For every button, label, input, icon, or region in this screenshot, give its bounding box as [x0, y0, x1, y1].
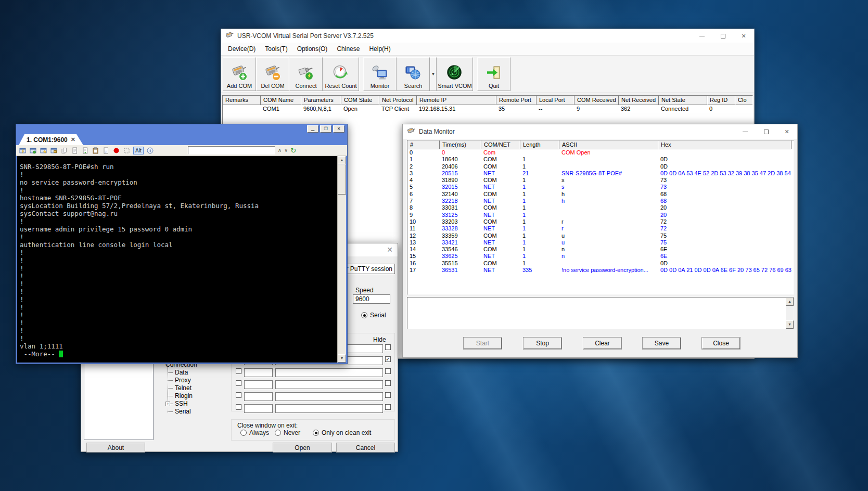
- column-header-reg-id[interactable]: Reg ID: [707, 96, 735, 105]
- monitor-button[interactable]: Monitor: [363, 57, 397, 91]
- terminal-titlebar[interactable]: ▁ ❐ ✕: [16, 124, 347, 134]
- putty-connection-type-serial-radio[interactable]: Serial: [361, 312, 386, 319]
- column-header-local-port[interactable]: Local Port: [537, 96, 575, 105]
- command-row-3-right-checkbox[interactable]: [385, 368, 391, 374]
- column-header-clo[interactable]: Clo: [735, 96, 753, 105]
- dm-column-header-ascii[interactable]: ASCII: [559, 140, 658, 149]
- paste-page-icon[interactable]: [81, 147, 89, 154]
- putty-speed-input[interactable]: [353, 294, 390, 304]
- column-header-net-received[interactable]: Net Received: [619, 96, 659, 105]
- dm-table-row[interactable]: 1736531NET335!no service password-encryp…: [407, 267, 794, 274]
- info-icon[interactable]: [146, 147, 154, 154]
- smart-vcom-button[interactable]: Smart VCOM: [437, 57, 473, 91]
- putty-open-button[interactable]: Open: [273, 443, 332, 453]
- dm-table-row[interactable]: 1233359COM1u75: [407, 232, 794, 239]
- command-row-1-right-checkbox[interactable]: [385, 344, 391, 350]
- output-scrollbar[interactable]: ▲ ▼: [786, 298, 794, 329]
- column-header-com-received[interactable]: COM Received: [575, 96, 619, 105]
- output-scroll-down-icon[interactable]: ▼: [786, 320, 794, 329]
- dm-table-row[interactable]: 833031COM120: [407, 204, 794, 211]
- screen-frame-icon[interactable]: [123, 147, 131, 154]
- dm-column-header-length[interactable]: Length: [520, 140, 559, 149]
- dm-table-row[interactable]: 1333421NET1u75: [407, 239, 794, 246]
- menu-device-d[interactable]: Device(D): [223, 44, 260, 54]
- vcom-maximize-button[interactable]: [712, 29, 733, 43]
- command-row-3-value-field[interactable]: [275, 368, 383, 377]
- save-button[interactable]: Save: [643, 338, 681, 349]
- clipboard-icon[interactable]: [92, 147, 99, 154]
- dm-table-row[interactable]: 1033203COM1r72: [407, 218, 794, 225]
- search-button[interactable]: Search: [397, 57, 430, 91]
- menu-chinese[interactable]: Chinese: [332, 44, 364, 54]
- clear-button[interactable]: Clear: [583, 338, 621, 349]
- column-header-com-state[interactable]: COM State: [341, 96, 379, 105]
- copy-icon[interactable]: [60, 147, 68, 154]
- exit-option-never-radio[interactable]: Never: [275, 429, 300, 436]
- data-monitor-titlebar[interactable]: Data Monitor ✕: [403, 124, 797, 139]
- menu-options-o[interactable]: Options(O): [292, 44, 333, 54]
- tree-item-serial[interactable]: Serial: [159, 408, 197, 416]
- data-monitor-output-box[interactable]: ▲ ▼: [407, 297, 794, 329]
- menu-tools-t[interactable]: Tools(T): [260, 44, 292, 54]
- column-header-net-protocol[interactable]: Net Protocol: [379, 96, 417, 105]
- command-row-5-right-checkbox[interactable]: [385, 392, 391, 398]
- command-row-4-right-checkbox[interactable]: [385, 380, 391, 386]
- quit-button[interactable]: Quit: [477, 57, 510, 91]
- scroll-up-icon[interactable]: ▲: [338, 156, 346, 164]
- add-com-button[interactable]: Add COM: [223, 57, 256, 91]
- terminal-scrollbar[interactable]: ▲ ▼: [337, 156, 346, 363]
- connect-button[interactable]: Connect: [289, 57, 323, 91]
- dm-table-row[interactable]: 118640COM10D: [407, 156, 794, 163]
- dm-table-row[interactable]: 220406COM10D: [407, 163, 794, 170]
- dm-table-row[interactable]: 320515NET21SNR-S2985G-8T-POE#0D 0D 0A 53…: [407, 170, 794, 177]
- dm-column-header-hex[interactable]: Hex: [658, 140, 792, 149]
- terminal-maximize-button[interactable]: ❐: [320, 125, 331, 133]
- session-log-icon[interactable]: [102, 147, 110, 154]
- search-dropdown-arrow-icon[interactable]: ▼: [430, 57, 437, 91]
- output-scroll-up-icon[interactable]: ▲: [786, 298, 794, 306]
- terminal-minimize-button[interactable]: ▁: [307, 125, 318, 133]
- putty-about-button[interactable]: About: [86, 443, 145, 453]
- chevron-down-icon[interactable]: ∨: [284, 148, 288, 153]
- tree-item-ssh[interactable]: +SSH: [159, 400, 197, 408]
- menu-help-h[interactable]: Help(H): [364, 44, 395, 54]
- terminal-close-button[interactable]: ✕: [333, 125, 344, 133]
- tab-close-icon[interactable]: ✕: [71, 136, 75, 143]
- vcom-titlebar[interactable]: USR-VCOM Virtual Serial Port Server V3.7…: [221, 29, 754, 43]
- dm-table-row[interactable]: 732218NET1h68: [407, 198, 794, 204]
- vcom-minimize-button[interactable]: [692, 29, 712, 43]
- document-icon[interactable]: [71, 147, 79, 154]
- connect-dialog-icon[interactable]: [29, 147, 37, 154]
- tree-item-telnet[interactable]: Telnet: [159, 384, 197, 392]
- putty-cancel-button[interactable]: Cancel: [336, 443, 395, 453]
- terminal-tab[interactable]: 1. COM1:9600 ✕: [19, 134, 83, 145]
- terminal-search-input[interactable]: [188, 146, 275, 154]
- column-header-remote-port[interactable]: Remote Port: [496, 96, 537, 105]
- dm-column-header-[interactable]: #: [407, 140, 440, 149]
- command-row-5-value-field[interactable]: [275, 392, 383, 401]
- column-header-remarks[interactable]: Remarks: [223, 96, 261, 105]
- column-header-com-name[interactable]: COM Name: [261, 96, 301, 105]
- dm-table-row[interactable]: 431890COM1s73: [407, 177, 794, 184]
- reconnect-icon[interactable]: [50, 147, 58, 154]
- dm-table-row[interactable]: 933125NET120: [407, 212, 794, 218]
- session-star-icon[interactable]: [40, 147, 47, 154]
- scrollbar-thumb[interactable]: [338, 164, 346, 195]
- record-icon[interactable]: [112, 147, 120, 154]
- column-header-remote-ip[interactable]: Remote IP: [417, 96, 496, 105]
- dm-column-header-time-ms[interactable]: Time(ms): [440, 140, 481, 149]
- command-row-5-enable-checkbox[interactable]: [236, 392, 241, 398]
- terminal-console[interactable]: SNR-S2985G-8T-POE#sh run!no service pass…: [17, 156, 337, 363]
- dm-table-row[interactable]: 00ComCOM Open: [407, 149, 794, 156]
- command-row-6-right-checkbox[interactable]: [385, 404, 391, 410]
- quick-connect-icon[interactable]: [19, 147, 27, 154]
- data-monitor-close-button[interactable]: ✕: [776, 124, 797, 139]
- command-row-5-key-field[interactable]: [244, 392, 273, 401]
- command-row-4-value-field[interactable]: [275, 380, 383, 389]
- dm-table-row[interactable]: 632140COM1h68: [407, 191, 794, 198]
- command-row-3-key-field[interactable]: [244, 368, 273, 377]
- dm-column-header-com-net[interactable]: COM/NET: [481, 140, 520, 149]
- command-row-6-value-field[interactable]: [275, 404, 383, 413]
- close-button[interactable]: Close: [702, 338, 740, 349]
- command-row-4-key-field[interactable]: [244, 380, 273, 389]
